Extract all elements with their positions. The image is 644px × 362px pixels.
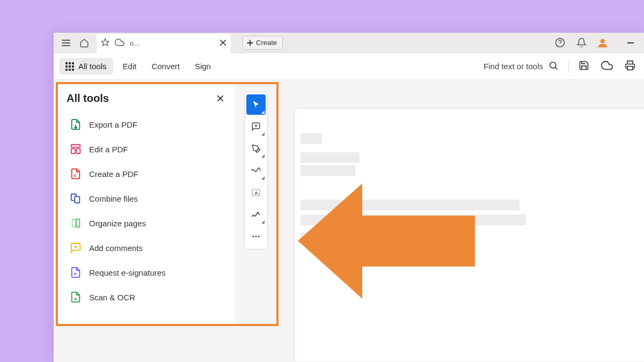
cloud-save-icon[interactable] [601, 60, 613, 73]
svg-rect-14 [71, 145, 80, 147]
draw-tool-icon[interactable] [246, 160, 266, 181]
combine-files-icon [70, 193, 82, 204]
tool-combine-files[interactable]: Combine files [62, 186, 235, 211]
search-placeholder: Find text or tools [484, 62, 543, 71]
tool-label: Combine files [89, 194, 138, 203]
tool-edit-pdf[interactable]: Edit a PDF [62, 137, 235, 161]
print-icon[interactable] [625, 60, 635, 73]
tool-request-esign[interactable]: Request e-signatures [62, 260, 235, 285]
panel-close-icon[interactable] [214, 92, 226, 105]
tool-organize-pages[interactable]: Organize pages [62, 211, 235, 235]
create-label: Create [256, 39, 277, 47]
create-pdf-icon: A [70, 168, 82, 180]
app-window: o… Create [54, 33, 644, 362]
tool-create-pdf[interactable]: A Create a PDF [62, 161, 235, 186]
star-icon[interactable] [101, 38, 109, 48]
search-input[interactable]: Find text or tools [484, 61, 559, 72]
svg-rect-21 [76, 219, 79, 227]
home-icon[interactable] [76, 35, 92, 51]
svg-rect-16 [77, 149, 80, 153]
help-icon[interactable] [551, 35, 569, 51]
edit-pdf-icon [70, 143, 82, 155]
scan-ocr-icon: A [70, 291, 82, 303]
svg-rect-19 [75, 196, 79, 203]
svg-rect-8 [72, 65, 74, 68]
more-tools-icon[interactable] [246, 226, 266, 247]
cloud-icon [115, 38, 125, 49]
menu-edit[interactable]: Edit [118, 58, 142, 74]
esign-icon [70, 267, 82, 278]
tab[interactable]: o… [97, 33, 231, 53]
bell-icon[interactable] [572, 35, 590, 51]
svg-rect-5 [72, 62, 74, 64]
organize-pages-icon [70, 217, 82, 229]
toolbar: All tools Edit Convert Sign Find text or… [54, 53, 644, 80]
document-page[interactable] [295, 109, 644, 361]
svg-text:A: A [74, 174, 76, 178]
svg-rect-3 [65, 62, 68, 64]
export-pdf-icon [70, 119, 82, 130]
close-tab-icon[interactable] [219, 39, 226, 48]
tool-label: Create a PDF [89, 169, 138, 179]
tool-label: Scan & OCR [89, 293, 135, 302]
panel-title: All tools [67, 92, 109, 105]
tool-export-pdf[interactable]: Export a PDF [62, 112, 235, 137]
tool-label: Export a PDF [89, 120, 137, 129]
tool-label: Organize pages [89, 219, 146, 228]
menu-convert[interactable]: Convert [146, 58, 185, 74]
svg-rect-7 [69, 65, 71, 68]
textbox-tool-icon[interactable]: A [246, 182, 266, 203]
svg-text:A: A [74, 297, 77, 301]
search-icon [548, 61, 559, 72]
svg-marker-0 [101, 39, 108, 46]
highlight-tool-icon[interactable] [246, 138, 266, 159]
menu-icon[interactable] [58, 35, 74, 51]
create-button[interactable]: Create [243, 36, 283, 50]
all-tools-panel: All tools Export a PDF Edit a P [58, 84, 235, 326]
user-icon[interactable] [594, 35, 612, 51]
quick-tools-bar: A [244, 92, 268, 249]
select-tool-icon[interactable] [246, 94, 266, 115]
minimize-icon[interactable] [621, 35, 640, 51]
svg-rect-11 [72, 69, 74, 71]
svg-point-12 [550, 62, 556, 68]
svg-text:A: A [254, 191, 258, 196]
sticky-note-tool-icon[interactable] [246, 116, 266, 137]
svg-point-27 [258, 236, 260, 238]
all-tools-button[interactable]: All tools [59, 58, 113, 75]
content-area: All tools Export a PDF Edit a P [54, 80, 644, 362]
svg-point-2 [601, 39, 605, 43]
add-comments-icon [70, 242, 82, 254]
titlebar: o… Create [54, 33, 644, 53]
tool-label: Edit a PDF [89, 145, 128, 154]
svg-rect-10 [69, 69, 71, 71]
menu-sign[interactable]: Sign [189, 58, 216, 74]
tab-title: o… [130, 39, 214, 47]
svg-rect-4 [69, 62, 71, 64]
tool-add-comments[interactable]: Add comments [62, 235, 235, 260]
tool-label: Request e-signatures [89, 268, 166, 277]
svg-rect-9 [65, 69, 68, 71]
tool-scan-ocr[interactable]: A Scan & OCR [62, 285, 235, 309]
tool-label: Add comments [89, 243, 143, 253]
tools-list: Export a PDF Edit a PDF A Create a PDF [58, 110, 235, 326]
svg-rect-15 [71, 149, 75, 153]
svg-rect-13 [627, 66, 633, 70]
save-icon[interactable] [579, 60, 589, 73]
all-tools-label: All tools [78, 62, 107, 71]
svg-point-26 [255, 236, 257, 238]
sign-tool-icon[interactable] [246, 204, 266, 225]
svg-point-25 [252, 236, 254, 238]
svg-rect-6 [65, 65, 68, 68]
svg-rect-20 [72, 219, 76, 227]
